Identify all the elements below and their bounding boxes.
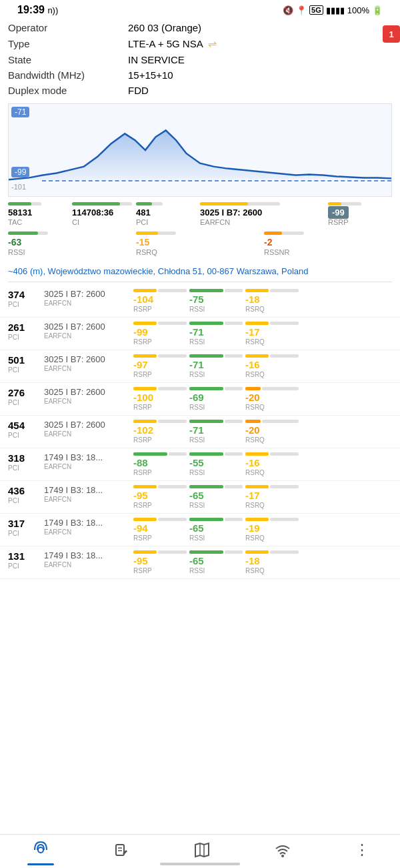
cell-list: 374 PCI 3025 I B7: 2600 EARFCN -104 RSRP… xyxy=(0,285,400,579)
rssi-bar-row xyxy=(189,485,243,488)
cell-pci-label: PCI xyxy=(8,497,41,504)
notification-badge[interactable]: 1 xyxy=(383,25,400,43)
cell-rssi-label: RSSI xyxy=(189,502,243,509)
edit-nav-icon xyxy=(113,841,130,859)
cell-pci-value: 131 xyxy=(8,550,41,562)
cell-rssi-value: -71 xyxy=(189,424,243,436)
cell-rsrp-col: -97 RSRP xyxy=(133,354,187,378)
home-indicator xyxy=(160,863,240,865)
cell-rssi-col: -55 RSSI xyxy=(189,452,243,476)
rsrq-metric: -15 RSRQ xyxy=(136,232,264,256)
ci-metric: 114708:36 CI xyxy=(72,202,136,226)
cell-rssi-label: RSSI xyxy=(189,338,243,346)
nav-map[interactable] xyxy=(193,841,211,859)
cell-rsrq-value: -19 xyxy=(245,522,299,534)
cell-rsrq-label: RSRQ xyxy=(245,404,299,411)
cell-rssi-value: -55 xyxy=(189,457,243,468)
bandwidth-label: Bandwidth (MHz) xyxy=(8,69,128,81)
cell-earfcn-value: 3025 I B7: 2600 xyxy=(44,420,131,430)
cell-rssi-value: -65 xyxy=(189,490,243,501)
cell-pci-label: PCI xyxy=(8,366,41,374)
rsrp-bar-row xyxy=(133,452,187,456)
cell-rsrq-value: -17 xyxy=(245,490,299,501)
rsrq-bar-row xyxy=(245,354,299,358)
nav-wifi[interactable] xyxy=(274,841,291,859)
nav-signal[interactable] xyxy=(32,841,49,859)
cell-row: 261 PCI 3025 I B7: 2600 EARFCN -99 RSRP … xyxy=(0,318,400,350)
cell-rsrp-value: -99 xyxy=(133,326,187,338)
cell-pci-col: 374 PCI xyxy=(8,289,41,308)
cell-pci-col: 317 PCI xyxy=(8,518,41,537)
cell-rssi-col: -65 RSSI xyxy=(189,518,243,542)
metrics-row: 58131 TAC 114708:36 CI 481 PCI 3025 I B7… xyxy=(8,199,392,226)
cell-earfcn-col: 1749 I B3: 18... EARFCN xyxy=(44,452,131,470)
cell-rssi-label: RSSI xyxy=(189,371,243,378)
status-time: 19:39 n)) xyxy=(17,4,58,16)
cell-earfcn-col: 3025 I B7: 2600 EARFCN xyxy=(44,322,131,340)
battery-icon: 🔋 xyxy=(372,5,383,15)
cell-pci-value: 501 xyxy=(8,354,41,366)
signal-bars-icon: ▮▮▮▮ xyxy=(326,5,345,15)
rsrq-bar-row xyxy=(245,452,299,456)
cell-rssi-value: -71 xyxy=(189,326,243,338)
earfcn-label: EARFCN xyxy=(200,218,328,226)
svg-rect-1 xyxy=(116,845,124,855)
cell-earfcn-value: 3025 I B7: 2600 xyxy=(44,322,131,332)
nav-edit[interactable] xyxy=(113,841,130,859)
cell-rsrp-value: -104 xyxy=(133,294,187,305)
cell-rssi-label: RSSI xyxy=(189,534,243,542)
rssi-bar-row xyxy=(189,387,243,390)
cell-earfcn-value: 1749 I B3: 18... xyxy=(44,452,131,462)
rsrp-bar-row xyxy=(133,485,187,488)
cell-row: 318 PCI 1749 I B3: 18... EARFCN -88 RSRP… xyxy=(0,448,400,481)
cell-earfcn-value: 3025 I B7: 2600 xyxy=(44,354,131,364)
rsrq-bar-row xyxy=(245,420,299,423)
rsrp-bar-row xyxy=(133,550,187,554)
cell-rsrp-label: RSRP xyxy=(133,306,187,313)
chart-dashed-line xyxy=(42,180,391,181)
cell-rsrq-col: -17 RSRQ xyxy=(245,322,299,346)
cell-rsrp-col: -100 RSRP xyxy=(133,387,187,411)
state-value: IN SERVICE xyxy=(128,54,185,65)
cell-rsrq-col: -19 RSRQ xyxy=(245,518,299,542)
cell-pci-value: 276 xyxy=(8,387,41,398)
location-icon: 📍 xyxy=(296,5,307,15)
cell-rsrq-label: RSRQ xyxy=(245,567,299,574)
rsrq-bar-row xyxy=(245,485,299,488)
cell-rsrq-label: RSRQ xyxy=(245,338,299,346)
rsrp-metric: -99 RSRP xyxy=(328,202,392,226)
rssi-bar-row xyxy=(189,452,243,456)
bandwidth-row: Bandwidth (MHz) 15+15+10 xyxy=(8,67,392,83)
tac-value: 58131 xyxy=(8,207,72,218)
mute-icon: 🔇 xyxy=(283,5,293,15)
cell-pci-value: 261 xyxy=(8,322,41,333)
type-value: LTE-A + 5G NSA ⇌ xyxy=(128,37,217,50)
cell-earfcn-col: 3025 I B7: 2600 EARFCN xyxy=(44,354,131,372)
cell-pci-value: 374 xyxy=(8,289,41,300)
location-text: ~406 (m), Województwo mazowieckie, Chłod… xyxy=(8,262,392,282)
rsrq-bar-row xyxy=(245,518,299,521)
map-nav-icon xyxy=(193,841,211,859)
cell-pci-col: 501 PCI xyxy=(8,354,41,374)
svg-point-6 xyxy=(281,855,284,857)
tac-label: TAC xyxy=(8,218,72,226)
rssi-bar-row xyxy=(189,289,243,292)
state-label: State xyxy=(8,54,128,65)
signal-chart: -71 -99 -101 xyxy=(8,103,392,197)
cell-earfcn-col: 1749 I B3: 18... EARFCN xyxy=(44,550,131,568)
cell-rsrp-label: RSRP xyxy=(133,436,187,444)
duplex-row: Duplex mode FDD xyxy=(8,83,392,98)
cell-rsrp-col: -88 RSRP xyxy=(133,452,187,476)
nav-more[interactable]: ⋮ xyxy=(355,843,368,857)
cell-rssi-col: -71 RSSI xyxy=(189,420,243,444)
type-row: Type LTE-A + 5G NSA ⇌ xyxy=(8,35,392,52)
signal-metrics-row: -63 RSSI -15 RSRQ -2 RSSNR xyxy=(8,229,392,258)
cell-rssi-value: -75 xyxy=(189,294,243,305)
cell-rssi-value: -65 xyxy=(189,522,243,534)
cell-rsrq-col: -16 RSRQ xyxy=(245,452,299,476)
cell-rsrq-value: -17 xyxy=(245,326,299,338)
cell-pci-label: PCI xyxy=(8,432,41,439)
cell-rsrp-col: -94 RSRP xyxy=(133,518,187,542)
cell-rsrp-label: RSRP xyxy=(133,567,187,574)
cell-rsrp-col: -102 RSRP xyxy=(133,420,187,444)
